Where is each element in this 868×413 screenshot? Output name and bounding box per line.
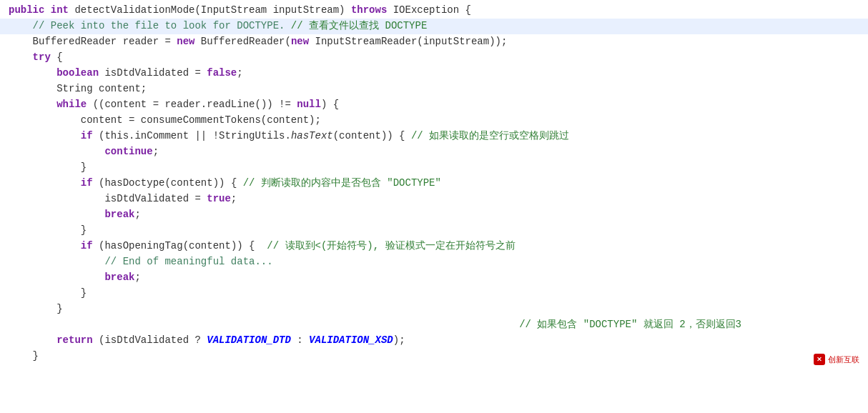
code-segment: (hasDoctype(content)) { bbox=[99, 176, 243, 191]
code-line-6: String content; bbox=[0, 81, 868, 97]
code-segment: ((content = reader.readLine()) != bbox=[93, 97, 297, 113]
code-line-9: if (this.inComment || !StringUtils.hasTe… bbox=[0, 129, 868, 144]
code-line-20: } bbox=[0, 302, 868, 317]
code-segment: } bbox=[9, 286, 87, 302]
code-segment bbox=[9, 239, 81, 254]
code-segment: (this.inComment || !StringUtils. bbox=[99, 129, 291, 144]
code-segment: // Peek into the file to look for DOCTYP… bbox=[33, 19, 285, 34]
code-segment: isDtdValidated = bbox=[104, 66, 207, 81]
code-segment bbox=[9, 333, 56, 349]
code-segment: { bbox=[56, 50, 62, 66]
code-segment: boolean bbox=[56, 66, 104, 81]
code-line-17: // End of meaningful data... bbox=[0, 254, 868, 270]
code-segment: hasText bbox=[291, 129, 333, 144]
code-segment: // 判断读取的内容中是否包含 "DOCTYPE" bbox=[243, 176, 441, 191]
code-line-18: break; bbox=[0, 270, 868, 286]
code-segment: int bbox=[51, 3, 75, 19]
code-segment: while bbox=[56, 97, 92, 113]
code-line-2: // Peek into the file to look for DOCTYP… bbox=[0, 19, 868, 34]
code-segment: ; bbox=[153, 144, 159, 160]
code-segment: content = consumeCommentTokens(content); bbox=[9, 113, 321, 129]
code-segment: VALIDATION_DTD bbox=[207, 333, 291, 349]
code-line-15: } bbox=[0, 223, 868, 239]
code-segment: } bbox=[9, 223, 87, 239]
code-segment: IOException { bbox=[393, 3, 471, 19]
code-segment: new bbox=[177, 34, 201, 50]
watermark-text: 创新互联 bbox=[828, 354, 859, 366]
code-segment: ; bbox=[237, 66, 242, 81]
code-segment: ; bbox=[134, 270, 140, 286]
code-segment: continue bbox=[104, 144, 152, 160]
code-segment: return bbox=[56, 333, 99, 349]
code-segment bbox=[9, 144, 104, 160]
code-line-14: break; bbox=[0, 207, 868, 223]
code-line-4: try { bbox=[0, 50, 868, 66]
code-segment bbox=[9, 270, 104, 286]
code-line-23: } bbox=[0, 349, 868, 364]
code-segment: false bbox=[207, 66, 237, 81]
code-segment bbox=[9, 207, 104, 223]
code-line-8: content = consumeCommentTokens(content); bbox=[0, 113, 868, 129]
code-segment: VALIDATION_XSD bbox=[309, 333, 393, 349]
code-segment: if bbox=[81, 176, 99, 191]
code-segment: if bbox=[81, 239, 99, 254]
code-segment: isDtdValidated = bbox=[9, 191, 207, 207]
code-line-21: // 如果包含 "DOCTYPE" 就返回 2，否则返回3 bbox=[0, 317, 868, 333]
code-segment: // 读取到<(开始符号), 验证模式一定在开始符号之前 bbox=[267, 239, 515, 254]
code-segment: // 查看文件以查找 DOCTYPE bbox=[285, 19, 427, 34]
code-segment: ; bbox=[231, 191, 237, 207]
code-line-16: if (hasOpeningTag(content)) { // 读取到<(开始… bbox=[0, 239, 868, 254]
watermark-icon: ✕ bbox=[814, 354, 825, 365]
code-segment: (content)) { bbox=[333, 129, 411, 144]
code-segment: break bbox=[104, 207, 134, 223]
code-segment: new bbox=[291, 34, 315, 50]
code-segment: } bbox=[9, 160, 87, 176]
code-segment: } bbox=[9, 349, 39, 364]
code-line-12: if (hasDoctype(content)) { // 判断读取的内容中是否… bbox=[0, 176, 868, 191]
code-line-13: isDtdValidated = true; bbox=[0, 191, 868, 207]
code-segment: true bbox=[207, 191, 231, 207]
code-line-22: return (isDtdValidated ? VALIDATION_DTD … bbox=[0, 333, 868, 349]
code-segment: String content; bbox=[9, 81, 147, 97]
code-segment bbox=[9, 129, 81, 144]
code-line-7: while ((content = reader.readLine()) != … bbox=[0, 97, 868, 113]
code-segment: BufferedReader reader = bbox=[9, 34, 177, 50]
code-line-1: public int detectValidationMode(InputStr… bbox=[0, 3, 868, 19]
code-segment bbox=[9, 19, 33, 34]
code-segment: try bbox=[33, 50, 57, 66]
code-segment: // 如果读取的是空行或空格则跳过 bbox=[411, 129, 569, 144]
code-segment: : bbox=[291, 333, 309, 349]
code-segment: (isDtdValidated ? bbox=[99, 333, 207, 349]
code-segment: throws bbox=[351, 3, 393, 19]
code-segment bbox=[9, 50, 33, 66]
code-segment: ); bbox=[393, 333, 405, 349]
code-segment: if bbox=[81, 129, 99, 144]
watermark: ✕ 创新互联 bbox=[814, 354, 859, 366]
code-line-11: } bbox=[0, 160, 868, 176]
code-segment: detectValidationMode(InputStream inputSt… bbox=[74, 3, 350, 19]
code-segment bbox=[9, 254, 104, 270]
code-line-3: BufferedReader reader = new BufferedRead… bbox=[0, 34, 868, 50]
code-segment: BufferedReader( bbox=[201, 34, 291, 50]
code-segment: (hasOpeningTag(content)) { bbox=[99, 239, 267, 254]
code-segment bbox=[9, 176, 81, 191]
code-line-19: } bbox=[0, 286, 868, 302]
code-segment: null bbox=[297, 97, 321, 113]
code-line-5: boolean isDtdValidated = false; bbox=[0, 66, 868, 81]
code-segment bbox=[9, 317, 519, 333]
code-segment: // 如果包含 "DOCTYPE" 就返回 2，否则返回3 bbox=[519, 317, 741, 333]
code-segment: // End of meaningful data... bbox=[104, 254, 272, 270]
code-container: public int detectValidationMode(InputStr… bbox=[0, 0, 868, 367]
code-segment: ; bbox=[134, 207, 140, 223]
code-segment: ) { bbox=[321, 97, 339, 113]
code-segment bbox=[9, 97, 56, 113]
code-line-10: continue; bbox=[0, 144, 868, 160]
code-segment: public bbox=[9, 3, 51, 19]
code-segment: InputStreamReader(inputStream)); bbox=[315, 34, 508, 50]
code-segment bbox=[9, 66, 56, 81]
code-segment: } bbox=[9, 302, 63, 317]
code-segment: break bbox=[104, 270, 134, 286]
